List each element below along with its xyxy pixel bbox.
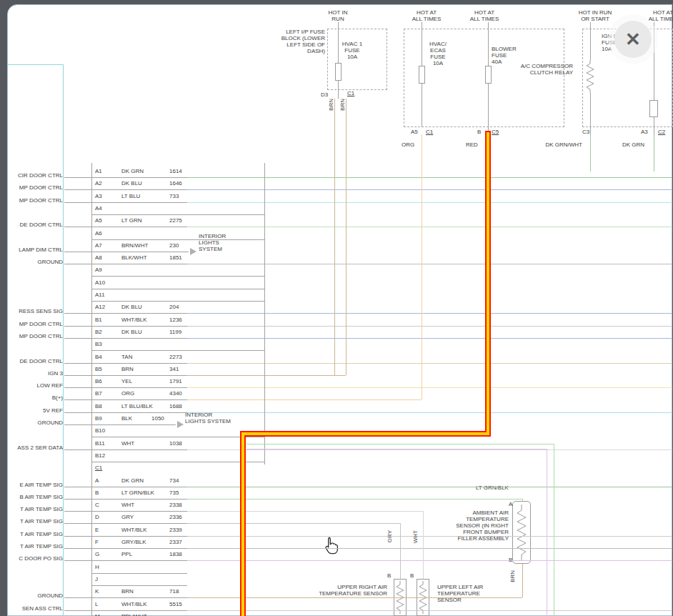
label-stub <box>64 375 91 376</box>
circuit-number: 2273 <box>169 354 182 360</box>
pin-id: A4 <box>95 205 102 212</box>
label-stub <box>64 536 91 537</box>
row-line <box>91 252 189 252</box>
pin-function-label: DE DOOR CTRL <box>7 222 63 228</box>
label-stub <box>64 264 91 264</box>
circuit-number: 1050 <box>151 415 164 422</box>
upper-right-sensor-label: UPPER RIGHT AIR TEMPERATURE SENSOR <box>317 584 387 597</box>
pin-function-label: DE DOOR CTRL <box>7 358 63 364</box>
wire-brn <box>522 564 523 597</box>
highlighted-wire-core[interactable] <box>241 432 244 616</box>
wire-wht-blk <box>187 536 672 537</box>
terminal-a5: A5 <box>411 129 418 135</box>
pin-function-label: MP DOOR CTRL <box>7 321 63 327</box>
wire-color-label: DK BLU <box>121 304 142 310</box>
circuit-number: 1199 <box>169 329 181 335</box>
pin-id: F <box>95 539 99 545</box>
hvac-ecas-fuse-label: HVAC/ ECAS FUSE 10A <box>427 41 449 66</box>
wire-label-brn-2: BRN <box>339 99 346 111</box>
highlighted-wire-core[interactable] <box>241 432 489 435</box>
row-line <box>91 350 264 351</box>
wire-gry <box>400 523 401 579</box>
wire-wht-blk <box>187 326 672 327</box>
row-line <box>91 523 187 524</box>
connector-c1-ref-2: C1 <box>426 129 433 135</box>
pin-id: C <box>95 502 99 508</box>
connector-edge <box>91 163 92 616</box>
pin-function-label: T AIR TEMP SIG <box>7 531 63 537</box>
row-line <box>91 560 187 561</box>
circuit-number: 1851 <box>169 254 182 261</box>
circuit-number: 341 <box>169 366 179 372</box>
off-page-arrow-1 <box>190 248 196 255</box>
row-line <box>91 289 264 289</box>
hvac1-fuse-element <box>335 63 342 81</box>
pin-id: B5 <box>95 366 102 372</box>
pin-function-label: MP DOOR CTRL <box>7 184 63 191</box>
ambient-terminal-a: A <box>509 501 512 507</box>
highlighted-wire-core[interactable] <box>487 132 489 435</box>
wire-teal <box>63 64 64 616</box>
row-line <box>91 276 264 277</box>
circuit-number: 1646 <box>169 180 182 187</box>
wire-color-label: BLK <box>121 415 132 422</box>
pin-function-label: GROUND <box>7 259 63 265</box>
label-stub <box>64 487 91 487</box>
pin-id: A7 <box>95 242 102 249</box>
cursor-pointer-icon <box>323 536 340 556</box>
label-stub <box>64 252 91 252</box>
wire-teal <box>8 64 63 65</box>
row-line <box>91 462 264 462</box>
row-line <box>91 424 176 425</box>
connector-section-label: C1 <box>95 465 102 471</box>
upper-right-terminal-b: B <box>387 572 391 579</box>
pin-id: B7 <box>95 390 102 397</box>
close-button[interactable]: ✕ <box>614 21 652 58</box>
pin-id: B9 <box>95 415 102 422</box>
wire-lt-grn-blk <box>522 499 523 501</box>
pin-id: G <box>95 551 99 557</box>
circuit-number: 1236 <box>169 317 182 323</box>
wire-org <box>422 134 422 399</box>
wire-color-label: DK BLU <box>121 180 142 187</box>
circuit-number: 2338 <box>169 502 182 508</box>
pin-function-label: GROUND <box>7 419 63 426</box>
pin-function-label: GROUND <box>7 592 63 599</box>
pin-id: B4 <box>95 354 102 360</box>
label-stub <box>64 597 91 598</box>
row-line <box>91 536 187 537</box>
pin-id: A1 <box>95 168 102 174</box>
pin-function-label: T AIR TEMP SIG <box>7 518 63 525</box>
power-label-hot-in-run: HOT IN RUN <box>326 9 350 22</box>
row-line <box>91 597 187 598</box>
wire-color-label: WHT/BLK <box>121 527 147 533</box>
label-stub <box>64 449 91 450</box>
wire-ppl <box>246 449 547 449</box>
pin-id: B8 <box>95 403 102 409</box>
circuit-number: 1688 <box>169 403 182 409</box>
wire-wht <box>187 511 423 512</box>
supply-line <box>488 84 489 131</box>
wire-wht-blk <box>187 610 672 611</box>
wire-label-dk-grn-wht: DK GRN/WHT <box>538 141 582 148</box>
pin-function-label: T AIR TEMP SIG <box>7 506 63 512</box>
pin-id: E <box>95 527 99 533</box>
label-stub <box>64 412 91 413</box>
wire-yel <box>187 387 672 388</box>
wire-color-label: LT BLU <box>121 193 140 199</box>
label-stub <box>64 523 91 524</box>
wire-lt-blu-blk <box>187 412 672 413</box>
wire-lt-grn <box>246 444 554 444</box>
wire-color-label: WHT/BLK <box>121 601 147 607</box>
pin-id: A12 <box>95 304 105 310</box>
wire-brn <box>187 375 346 376</box>
wire-color-label: WHT <box>121 440 134 447</box>
pin-function-label: MP DOOR CTRL <box>7 197 63 204</box>
wire-label-wht: WHT <box>412 530 419 543</box>
pin-function-label: IGN 3 <box>7 370 63 377</box>
row-line <box>91 214 264 215</box>
pin-id: B12 <box>95 452 105 459</box>
pin-function-label: B(+) <box>7 394 63 401</box>
pin-function-label: MP DOOR CTRL <box>7 333 63 339</box>
circuit-number: 5515 <box>169 601 182 607</box>
